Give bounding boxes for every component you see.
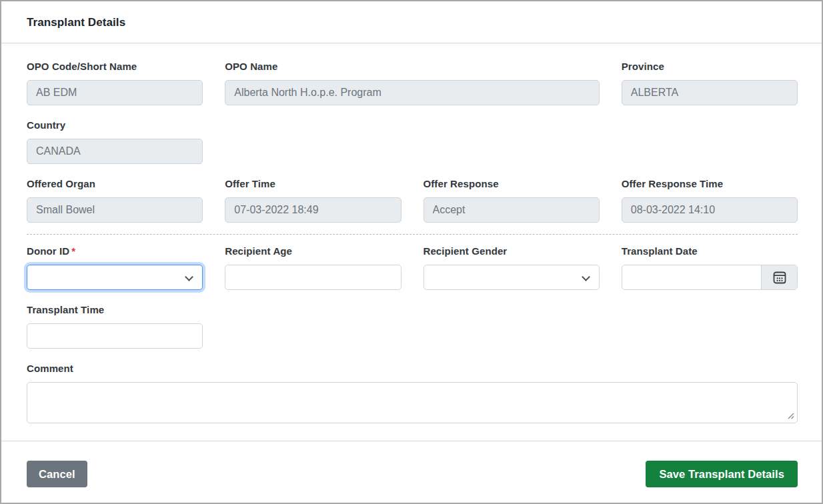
- dialog-body: OPO Code/Short Name OPO Name Province Co…: [1, 43, 822, 441]
- form-row-country: Country: [27, 119, 798, 164]
- opo-code-label: OPO Code/Short Name: [27, 61, 203, 72]
- country-label: Country: [27, 119, 203, 131]
- transplant-date-label: Transplant Date: [622, 245, 798, 257]
- section-divider-dashed: [27, 234, 798, 235]
- province-label: Province: [622, 61, 798, 72]
- transplant-date-group: [622, 265, 798, 290]
- offered-organ-label: Offered Organ: [27, 178, 203, 189]
- field-offer-time: Offer Time: [225, 178, 401, 223]
- dialog-header: Transplant Details: [1, 1, 822, 43]
- form-row-offer: Offered Organ Offer Time Offer Response …: [27, 178, 798, 223]
- field-transplant-date: Transplant Date: [622, 245, 798, 290]
- donor-id-label-text: Donor ID: [27, 245, 69, 257]
- chevron-down-icon: [185, 273, 193, 281]
- opo-code-input: [27, 80, 203, 105]
- opo-name-input: [225, 80, 600, 105]
- chevron-down-icon: [582, 273, 590, 281]
- transplant-details-dialog: Transplant Details OPO Code/Short Name O…: [0, 0, 823, 504]
- form-row-transplant-time: Transplant Time: [27, 304, 798, 349]
- offered-organ-input: [27, 197, 203, 223]
- donor-id-label: Donor ID*: [27, 245, 203, 257]
- comment-label: Comment: [27, 363, 798, 374]
- offer-response-input: [424, 197, 600, 223]
- offer-response-label: Offer Response: [424, 178, 600, 189]
- country-input: [27, 139, 203, 164]
- transplant-time-input[interactable]: [27, 323, 203, 349]
- recipient-gender-select[interactable]: [424, 265, 600, 290]
- offer-response-time-input: [622, 197, 798, 223]
- field-transplant-time: Transplant Time: [27, 304, 203, 349]
- transplant-time-label: Transplant Time: [27, 304, 203, 315]
- offer-response-time-label: Offer Response Time: [622, 178, 798, 189]
- page-title: Transplant Details: [27, 16, 796, 29]
- donor-id-select[interactable]: [27, 265, 203, 290]
- form-row-comment: Comment: [27, 363, 798, 423]
- offer-time-input: [225, 197, 401, 223]
- field-comment: Comment: [27, 363, 798, 423]
- field-donor-id: Donor ID*: [27, 245, 203, 290]
- form-row-opo: OPO Code/Short Name OPO Name Province: [27, 61, 798, 105]
- field-recipient-age: Recipient Age: [225, 245, 401, 290]
- field-offered-organ: Offered Organ: [27, 178, 203, 223]
- field-recipient-gender: Recipient Gender: [424, 245, 600, 290]
- province-input: [622, 80, 798, 105]
- field-offer-response-time: Offer Response Time: [622, 178, 798, 223]
- calendar-icon: [772, 269, 788, 285]
- recipient-age-input[interactable]: [225, 265, 401, 290]
- form-row-transplant: Donor ID* Recipient Age Recipient Gender…: [27, 245, 798, 290]
- offer-time-label: Offer Time: [225, 178, 401, 189]
- comment-textarea[interactable]: [27, 382, 798, 423]
- field-opo-code: OPO Code/Short Name: [27, 61, 203, 105]
- save-transplant-details-button[interactable]: Save Transplant Details: [646, 461, 798, 487]
- field-offer-response: Offer Response: [424, 178, 600, 223]
- field-country: Country: [27, 119, 203, 164]
- opo-name-label: OPO Name: [225, 61, 600, 72]
- recipient-gender-label: Recipient Gender: [424, 245, 600, 257]
- field-province: Province: [622, 61, 798, 105]
- field-opo-name: OPO Name: [225, 61, 600, 105]
- transplant-date-picker-button[interactable]: [761, 265, 797, 289]
- required-asterisk: *: [71, 245, 75, 257]
- cancel-button[interactable]: Cancel: [27, 461, 87, 487]
- recipient-age-label: Recipient Age: [225, 245, 401, 257]
- transplant-date-input[interactable]: [622, 265, 761, 289]
- dialog-footer: Cancel Save Transplant Details: [1, 441, 822, 503]
